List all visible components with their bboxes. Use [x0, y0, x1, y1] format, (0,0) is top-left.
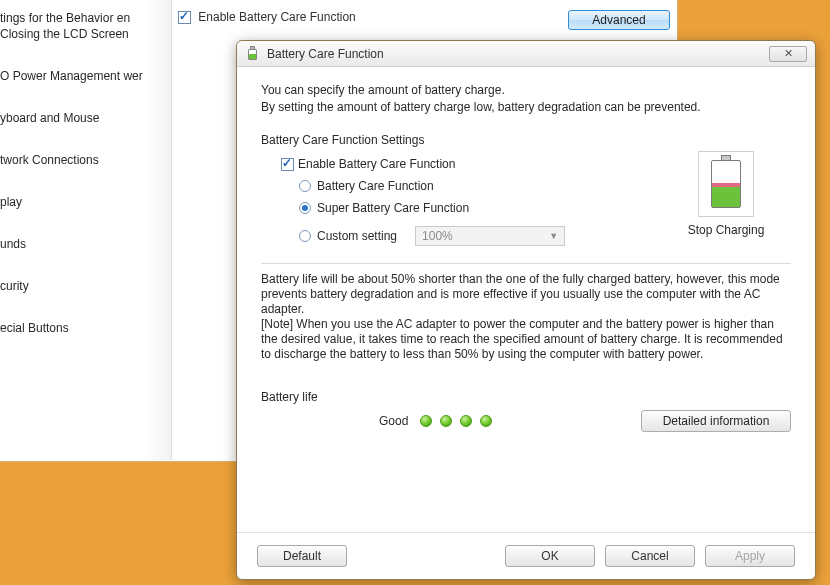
dialog-enable-checkbox[interactable]: [281, 158, 294, 171]
apply-button: Apply: [705, 545, 795, 567]
sidebar-item[interactable]: twork Connections: [0, 146, 163, 174]
sidebar-item[interactable]: play: [0, 188, 163, 216]
battery-illustration: Stop Charging: [671, 151, 781, 237]
intro-line: By setting the amount of battery charge …: [261, 100, 791, 115]
radio-custom[interactable]: [299, 230, 311, 242]
advanced-button[interactable]: Advanced: [568, 10, 670, 30]
intro-text: You can specify the amount of battery ch…: [261, 83, 791, 115]
enable-label: Enable Battery Care Function: [198, 10, 355, 24]
dialog-enable-label: Enable Battery Care Function: [298, 157, 455, 171]
dialog-buttons: Default OK Cancel Apply: [237, 532, 815, 567]
life-dot: [420, 415, 432, 427]
battery-caption: Stop Charging: [671, 223, 781, 237]
life-dot: [440, 415, 452, 427]
parent-enable-row: Enable Battery Care Function: [178, 10, 356, 24]
settings-group-label: Battery Care Function Settings: [261, 133, 791, 147]
life-dot: [460, 415, 472, 427]
radio-super-label: Super Battery Care Function: [317, 201, 469, 215]
titlebar[interactable]: Battery Care Function ✕: [237, 41, 815, 67]
default-button[interactable]: Default: [257, 545, 347, 567]
life-dot: [480, 415, 492, 427]
battery-care-dialog: Battery Care Function ✕ You can specify …: [236, 40, 816, 580]
close-button[interactable]: ✕: [769, 46, 807, 62]
cancel-button[interactable]: Cancel: [605, 545, 695, 567]
sidebar-item[interactable]: ecial Buttons: [0, 314, 163, 342]
mode-description: Battery life will be about 50% shorter t…: [261, 263, 791, 362]
enable-checkbox[interactable]: [178, 11, 191, 24]
sidebar-item[interactable]: O Power Management wer: [0, 62, 163, 90]
sidebar-item[interactable]: unds: [0, 230, 163, 258]
chevron-down-icon: ▼: [549, 231, 558, 241]
battery-life-row: Good Detailed information: [261, 410, 791, 432]
dialog-title: Battery Care Function: [267, 47, 769, 61]
custom-percent-combo: 100% ▼: [415, 226, 565, 246]
sidebar-item[interactable]: yboard and Mouse: [0, 104, 163, 132]
sidebar-item[interactable]: curity: [0, 272, 163, 300]
dialog-body: You can specify the amount of battery ch…: [237, 67, 815, 442]
battery-image: [698, 151, 754, 217]
battery-life-label: Battery life: [261, 390, 791, 404]
combo-value: 100%: [422, 229, 453, 243]
ok-button[interactable]: OK: [505, 545, 595, 567]
radio-super[interactable]: [299, 202, 311, 214]
sidebar: tings for the Behavior en Closing the LC…: [0, 0, 172, 460]
radio-basic-label: Battery Care Function: [317, 179, 434, 193]
detailed-info-button[interactable]: Detailed information: [641, 410, 791, 432]
battery-icon: [245, 46, 261, 62]
intro-line: You can specify the amount of battery ch…: [261, 83, 791, 98]
sidebar-item[interactable]: tings for the Behavior en Closing the LC…: [0, 4, 163, 48]
radio-basic[interactable]: [299, 180, 311, 192]
radio-custom-label: Custom setting: [317, 229, 397, 243]
life-good-label: Good: [379, 414, 408, 428]
